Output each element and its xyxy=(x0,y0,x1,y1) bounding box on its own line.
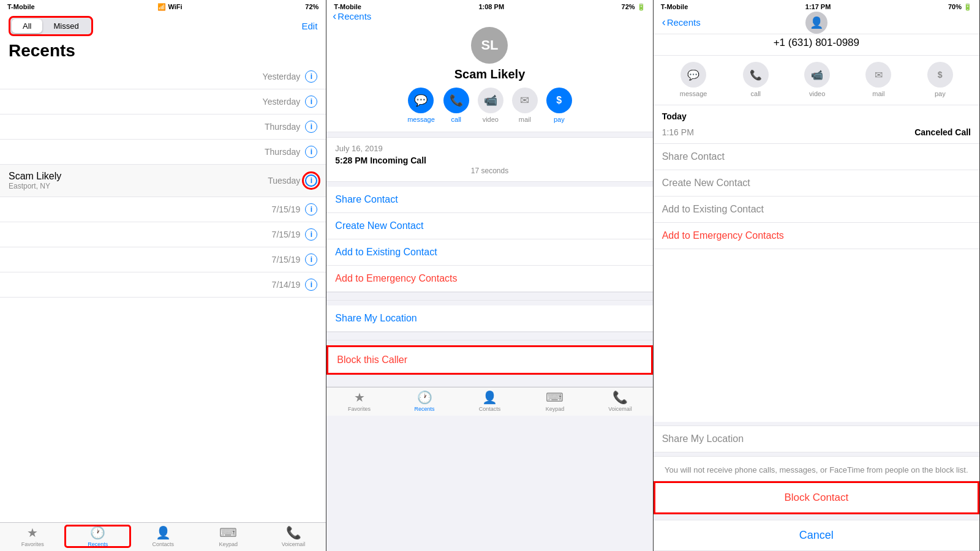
call-action[interactable]: 📞 call xyxy=(443,88,469,123)
page-title: Recents xyxy=(0,40,326,64)
call-duration: 17 seconds xyxy=(335,167,644,175)
avatar-3: 👤 xyxy=(805,12,827,34)
create-contact-3[interactable]: Create New Contact xyxy=(654,170,979,197)
tab-label: Keypad xyxy=(546,406,565,412)
mail-action[interactable]: ✉ mail xyxy=(512,88,538,123)
contact-name: Scam Likely xyxy=(9,171,61,182)
tab-contacts-2[interactable]: 👤 Contacts xyxy=(457,390,522,412)
tab-keypad[interactable]: ⌨ Keypad xyxy=(195,525,260,547)
all-tab[interactable]: All xyxy=(12,19,42,33)
share-location-3[interactable]: Share My Location xyxy=(654,426,979,452)
call-info: July 16, 2019 5:28 PM Incoming Call 17 s… xyxy=(326,137,652,182)
cancel-button[interactable]: Cancel xyxy=(654,520,979,551)
pay-action[interactable]: $ pay xyxy=(546,88,572,123)
mail-btn-3[interactable]: ✉ mail xyxy=(865,62,891,97)
share-contact-3[interactable]: Share Contact xyxy=(654,144,979,170)
segment-control[interactable]: All Missed xyxy=(9,16,93,36)
call-icon: 📞 xyxy=(443,88,469,113)
voicemail-icon: 📞 xyxy=(286,525,301,540)
tab-voicemail[interactable]: 📞 Voicemail xyxy=(261,525,326,547)
info-icon[interactable]: i xyxy=(305,228,317,241)
tab-bar-2: ★ Favorites 🕐 Recents 👤 Contacts ⌨ Keypa… xyxy=(326,387,652,416)
screen3-navbar: Recents 👤 xyxy=(654,13,979,34)
info-icon[interactable]: i xyxy=(305,253,317,266)
info-icon[interactable]: i xyxy=(305,121,317,133)
list-item[interactable]: Thursday i xyxy=(0,140,326,165)
info-icon[interactable]: i xyxy=(305,70,317,83)
list-item[interactable]: 7/14/19 i xyxy=(0,272,326,298)
scam-likely-item[interactable]: Scam Likely Eastport, NY Tuesday i xyxy=(0,165,326,197)
tab-voicemail-2[interactable]: 📞 Voicemail xyxy=(587,390,652,412)
list-item[interactable]: Yesterday i xyxy=(0,89,326,114)
add-emergency-3[interactable]: Add to Emergency Contacts xyxy=(654,223,979,249)
info-icon-highlighted[interactable]: i xyxy=(305,174,317,187)
tab-label: Recents xyxy=(415,406,435,412)
tab-contacts[interactable]: 👤 Contacts xyxy=(130,525,195,547)
message-label: message xyxy=(407,116,435,123)
signal-wifi-1: 📶 WiFi xyxy=(157,3,182,11)
block-contact-button[interactable]: Block Contact xyxy=(654,481,979,514)
info-icon[interactable]: i xyxy=(305,279,317,291)
star-icon: ★ xyxy=(27,525,38,540)
video-btn-3[interactable]: 📹 video xyxy=(804,62,830,97)
call-row: 1:16 PM Canceled Call xyxy=(654,124,979,144)
tab-recents-2[interactable]: 🕐 Recents xyxy=(392,390,457,412)
voicemail-icon: 📞 xyxy=(612,390,628,405)
mail-icon: ✉ xyxy=(512,88,538,113)
list-item[interactable]: 7/15/19 i xyxy=(0,197,326,222)
create-contact-item[interactable]: Create New Contact xyxy=(326,213,652,239)
back-button-3[interactable]: Recents xyxy=(662,16,701,29)
add-existing-item[interactable]: Add to Existing Contact xyxy=(326,239,652,266)
time-2: 1:08 PM xyxy=(478,3,504,10)
keypad-icon: ⌨ xyxy=(219,525,237,540)
video-action[interactable]: 📹 video xyxy=(478,88,503,123)
share-location-section-3: Share My Location xyxy=(654,425,979,452)
pay-label: pay xyxy=(554,116,565,123)
contact-header: SL Scam Likely 💬 message 📞 call 📹 video … xyxy=(326,20,652,132)
info-icon[interactable]: i xyxy=(305,96,317,108)
call-date: July 16, 2019 xyxy=(335,144,644,153)
message-action[interactable]: 💬 message xyxy=(407,88,435,123)
star-icon: ★ xyxy=(354,390,365,405)
list-item[interactable]: 7/15/19 i xyxy=(0,247,326,272)
message-icon: 💬 xyxy=(408,88,434,113)
tab-keypad-2[interactable]: ⌨ Keypad xyxy=(522,390,587,412)
msg-btn-3[interactable]: 💬 message xyxy=(680,62,707,97)
share-contact-item[interactable]: Share Contact xyxy=(326,187,652,213)
list-item[interactable]: Thursday i xyxy=(0,114,326,140)
battery-3: 70% 🔋 xyxy=(948,3,972,11)
day-label: 7/15/19 xyxy=(272,230,301,239)
list-item[interactable]: 7/15/19 i xyxy=(0,222,326,247)
video-label-3: video xyxy=(809,90,825,97)
info-icon[interactable]: i xyxy=(305,203,317,216)
recents-icon: 🕐 xyxy=(90,525,105,540)
back-label: Recents xyxy=(337,11,371,21)
mail-icon-3: ✉ xyxy=(865,62,891,88)
tab-recents[interactable]: 🕐 Recents xyxy=(65,525,130,547)
list-item[interactable]: Yesterday i xyxy=(0,64,326,89)
status-bar-3: T-Mobile 1:17 PM 70% 🔋 xyxy=(654,0,979,13)
missed-tab[interactable]: Missed xyxy=(42,19,89,33)
tab-favorites[interactable]: ★ Favorites xyxy=(0,525,65,547)
add-existing-3[interactable]: Add to Existing Contact xyxy=(654,197,979,223)
back-button[interactable]: Recents xyxy=(333,10,371,23)
share-location-item[interactable]: Share My Location xyxy=(326,305,652,332)
block-caller-item[interactable]: Block this Caller xyxy=(326,345,652,375)
status-bar-2: T-Mobile 1:08 PM 72% 🔋 xyxy=(326,0,652,13)
add-emergency-item[interactable]: Add to Emergency Contacts xyxy=(326,266,652,292)
tab-favorites-2[interactable]: ★ Favorites xyxy=(326,390,391,412)
screen3-block: T-Mobile 1:17 PM 70% 🔋 Recents 👤 +1 (631… xyxy=(654,0,980,551)
tab-label: Voicemail xyxy=(608,406,632,412)
edit-button[interactable]: Edit xyxy=(301,21,317,31)
tab-label: Keypad xyxy=(219,541,238,547)
spacer2 xyxy=(326,332,652,340)
info-icon[interactable]: i xyxy=(305,146,317,158)
location-menu: Share My Location xyxy=(326,305,652,332)
pay-btn-3[interactable]: $ pay xyxy=(927,62,953,97)
contact-display-name: Scam Likely xyxy=(454,67,526,81)
phone-number-display: +1 (631) 801-0989 xyxy=(654,34,979,56)
pay-label-3: pay xyxy=(935,90,946,97)
screen3-actions: 💬 message 📞 call 📹 video ✉ mail $ pay xyxy=(654,56,979,105)
call-btn-3[interactable]: 📞 call xyxy=(743,62,769,97)
mail-label-3: mail xyxy=(872,90,884,97)
